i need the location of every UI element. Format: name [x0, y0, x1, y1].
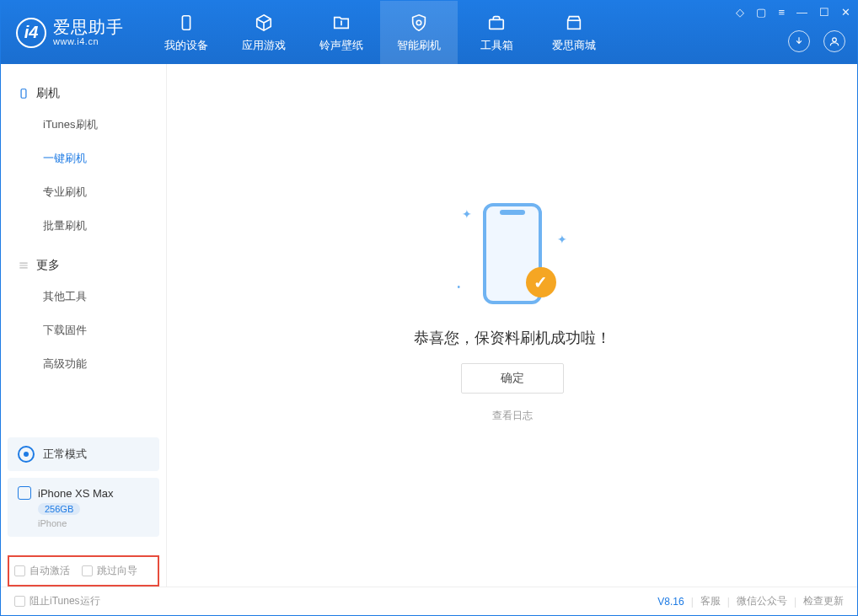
feedback-icon[interactable]: ▢	[756, 6, 766, 19]
separator: |	[727, 596, 730, 608]
app-subtitle: www.i4.cn	[53, 36, 124, 46]
svg-rect-4	[21, 89, 26, 99]
cube-icon	[254, 13, 274, 33]
nav-label: 工具箱	[480, 38, 513, 53]
close-button[interactable]: ✕	[841, 6, 850, 19]
checkbox-label: 跳过向导	[97, 564, 137, 578]
phone-outline-icon	[18, 88, 29, 99]
phone-icon	[18, 486, 31, 500]
device-card[interactable]: iPhone XS Max 256GB iPhone	[8, 478, 159, 537]
sidebar-item-batch-flash[interactable]: 批量刷机	[1, 209, 166, 243]
sidebar-section-more: 更多	[1, 251, 166, 280]
device-type: iPhone	[38, 518, 67, 528]
nav-tabs: 我的设备 应用游戏 铃声壁纸 智能刷机 工具箱 爱思商城	[147, 1, 613, 64]
checkbox-icon	[14, 596, 25, 607]
nav-label: 爱思商城	[552, 38, 596, 53]
section-title: 刷机	[36, 86, 60, 101]
check-badge-icon: ✓	[526, 267, 556, 297]
nav-label: 应用游戏	[242, 38, 286, 53]
maximize-button[interactable]: ☐	[819, 6, 829, 19]
success-message: 恭喜您，保资料刷机成功啦！	[414, 328, 611, 348]
device-icon	[176, 13, 196, 33]
skin-icon[interactable]: ◇	[736, 6, 744, 19]
mode-label: 正常模式	[43, 447, 87, 462]
separator: |	[794, 596, 796, 608]
store-icon	[564, 13, 584, 33]
device-name: iPhone XS Max	[38, 487, 114, 500]
options-panel: 自动激活 跳过向导	[8, 555, 159, 587]
minimize-button[interactable]: —	[796, 6, 807, 19]
nav-tab-toolbox[interactable]: 工具箱	[458, 1, 535, 64]
toolbox-icon	[486, 13, 507, 33]
nav-tab-flash[interactable]: 智能刷机	[380, 1, 458, 64]
header-action-icons	[788, 30, 845, 52]
app-title: 爱思助手	[53, 18, 124, 36]
nav-label: 铃声壁纸	[319, 38, 363, 53]
mode-card[interactable]: 正常模式	[8, 437, 159, 471]
nav-label: 我的设备	[164, 38, 208, 53]
svg-rect-1	[490, 19, 504, 29]
checkbox-label: 自动激活	[29, 564, 70, 578]
block-itunes-checkbox[interactable]: 阻止iTunes运行	[14, 594, 100, 608]
nav-tab-device[interactable]: 我的设备	[147, 1, 225, 64]
logo-area: i4 爱思助手 www.i4.cn	[1, 1, 139, 64]
nav-tab-ringtone[interactable]: 铃声壁纸	[303, 1, 380, 64]
success-illustration: ✦ ✦ • ✓	[453, 195, 571, 313]
download-button[interactable]	[788, 30, 810, 52]
app-header: i4 爱思助手 www.i4.cn 我的设备 应用游戏 铃声壁纸 智能刷机 工具…	[1, 1, 857, 64]
nav-tab-apps[interactable]: 应用游戏	[225, 1, 303, 64]
checkbox-icon	[14, 565, 25, 576]
section-title: 更多	[36, 258, 60, 273]
svg-rect-2	[568, 20, 581, 29]
sparkle-icon: •	[458, 282, 461, 292]
skip-guide-checkbox[interactable]: 跳过向导	[82, 564, 137, 578]
confirm-button[interactable]: 确定	[461, 363, 564, 394]
footer: 阻止iTunes运行 V8.16 | 客服 | 微信公众号 | 检查更新	[1, 587, 857, 615]
nav-tab-store[interactable]: 爱思商城	[535, 1, 613, 64]
view-log-link[interactable]: 查看日志	[492, 409, 533, 423]
checkbox-icon	[82, 565, 93, 576]
sidebar-item-other-tools[interactable]: 其他工具	[1, 280, 166, 313]
footer-link-update[interactable]: 检查更新	[803, 594, 844, 608]
sidebar: 刷机 iTunes刷机 一键刷机 专业刷机 批量刷机 更多 其他工具 下载固件 …	[1, 64, 167, 587]
svg-rect-0	[182, 15, 190, 29]
sidebar-section-flash: 刷机	[1, 79, 166, 108]
sidebar-item-pro-flash[interactable]: 专业刷机	[1, 175, 166, 209]
nav-label: 智能刷机	[397, 38, 441, 53]
window-controls: ◇ ▢ ≡ — ☐ ✕	[736, 6, 850, 19]
sparkle-icon: ✦	[462, 207, 472, 221]
sparkle-icon: ✦	[557, 233, 567, 246]
footer-link-support[interactable]: 客服	[700, 594, 721, 608]
sidebar-item-download-firmware[interactable]: 下载固件	[1, 313, 166, 347]
version-label: V8.16	[657, 596, 684, 608]
storage-badge: 256GB	[38, 503, 80, 515]
normal-mode-icon	[18, 446, 35, 463]
auto-activate-checkbox[interactable]: 自动激活	[14, 564, 70, 578]
svg-point-3	[833, 38, 837, 42]
list-icon	[18, 260, 29, 271]
folder-music-icon	[331, 13, 351, 33]
menu-icon[interactable]: ≡	[778, 6, 785, 19]
separator: |	[691, 596, 694, 608]
sidebar-item-advanced[interactable]: 高级功能	[1, 347, 166, 381]
sidebar-item-oneclick-flash[interactable]: 一键刷机	[1, 142, 166, 175]
sidebar-item-itunes-flash[interactable]: iTunes刷机	[1, 108, 166, 142]
user-button[interactable]	[823, 30, 845, 52]
checkbox-label: 阻止iTunes运行	[29, 594, 100, 608]
shield-refresh-icon	[409, 13, 429, 33]
footer-link-wechat[interactable]: 微信公众号	[737, 594, 787, 608]
main-content: ✦ ✦ • ✓ 恭喜您，保资料刷机成功啦！ 确定 查看日志	[167, 64, 857, 587]
logo-icon: i4	[16, 18, 46, 48]
